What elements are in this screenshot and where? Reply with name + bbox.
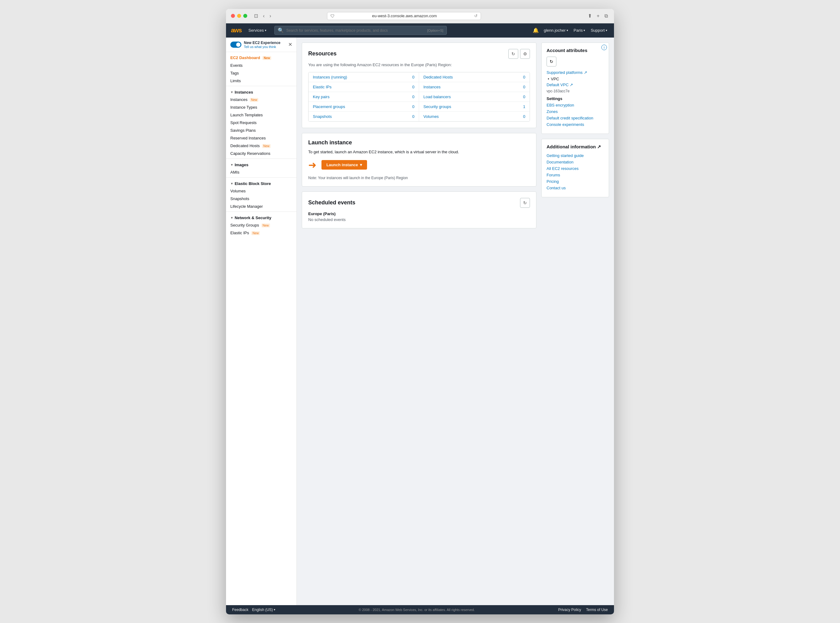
- region-menu-button[interactable]: Paris ▾: [572, 27, 587, 34]
- resource-item-key-pairs[interactable]: Key pairs 0: [309, 92, 419, 102]
- services-menu-button[interactable]: Services ▾: [247, 27, 268, 34]
- search-input[interactable]: [286, 28, 425, 33]
- zones-link[interactable]: Zones: [547, 109, 604, 114]
- network-chevron-icon: ▼: [230, 216, 233, 219]
- ebs-section-header[interactable]: ▼ Elastic Block Store: [226, 179, 296, 187]
- contact-us-link[interactable]: Contact us: [547, 186, 604, 190]
- sidebar-item-launch-templates[interactable]: Launch Templates: [226, 111, 296, 119]
- ebs-encryption-link[interactable]: EBS encryption: [547, 103, 604, 107]
- network-section-header[interactable]: ▼ Network & Security: [226, 213, 296, 221]
- new-experience-toggle[interactable]: [230, 41, 241, 48]
- scheduled-refresh-button[interactable]: ↻: [520, 198, 530, 208]
- sidebar-item-reserved-instances[interactable]: Reserved Instances: [226, 134, 296, 142]
- info-icon[interactable]: i: [601, 44, 607, 50]
- security-icon: 🛡: [330, 14, 335, 18]
- sidebar-item-savings-plans[interactable]: Savings Plans: [226, 126, 296, 134]
- privacy-policy-link[interactable]: Privacy Policy: [558, 608, 581, 612]
- resource-link-load-balancers[interactable]: Load balancers: [423, 95, 451, 99]
- user-menu-button[interactable]: glenn.jocher ▾: [542, 27, 570, 34]
- documentation-link[interactable]: Documentation: [547, 160, 604, 164]
- console-experiments-link[interactable]: Console experiments: [547, 122, 604, 127]
- maximize-window-button[interactable]: [243, 14, 247, 18]
- sidebar-item-dedicated-hosts[interactable]: Dedicated Hosts New: [226, 142, 296, 150]
- resource-item-snapshots[interactable]: Snapshots 0: [309, 112, 419, 121]
- sidebar-divider-1: [226, 86, 296, 86]
- share-button[interactable]: ⬆: [587, 12, 593, 19]
- back-button[interactable]: ‹: [262, 12, 266, 19]
- resource-link-snapshots[interactable]: Snapshots: [313, 114, 332, 119]
- sidebar-item-volumes[interactable]: Volumes: [226, 187, 296, 195]
- sidebar-item-events[interactable]: Events: [226, 61, 296, 69]
- resource-item-volumes[interactable]: Volumes 0: [419, 112, 530, 121]
- launch-instance-button[interactable]: Launch instance ▾: [321, 160, 367, 170]
- sidebar-item-elastic-ips[interactable]: Elastic IPs New: [226, 229, 296, 237]
- pricing-link[interactable]: Pricing: [547, 179, 604, 184]
- sidebar-item-security-groups[interactable]: Security Groups New: [226, 221, 296, 229]
- sidebar-item-instances[interactable]: Instances New: [226, 96, 296, 103]
- traffic-lights: [231, 14, 247, 18]
- instances-section-header[interactable]: ▼ Instances: [226, 87, 296, 96]
- sidebar-item-tags[interactable]: Tags: [226, 69, 296, 77]
- forums-link[interactable]: Forums: [547, 173, 604, 177]
- account-refresh-button[interactable]: ↻: [547, 57, 556, 66]
- images-section-label: Images: [235, 163, 249, 167]
- images-section-header[interactable]: ▼ Images: [226, 160, 296, 168]
- resource-link-volumes[interactable]: Volumes: [423, 114, 439, 119]
- scheduled-events-card: Scheduled events ↻ Europe (Paris) No sch…: [302, 192, 536, 229]
- tabs-button[interactable]: ⧉: [603, 12, 609, 19]
- sidebar-item-ec2-dashboard[interactable]: EC2 Dashboard New: [226, 54, 296, 61]
- all-ec2-resources-link[interactable]: All EC2 resources: [547, 166, 604, 171]
- sidebar-toggle-button[interactable]: ⊡: [253, 12, 259, 19]
- new-tab-button[interactable]: +: [596, 12, 601, 19]
- resources-settings-button[interactable]: ⚙: [520, 49, 530, 59]
- getting-started-link[interactable]: Getting started guide: [547, 153, 604, 158]
- sidebar-item-spot-requests[interactable]: Spot Requests: [226, 119, 296, 126]
- support-menu-button[interactable]: Support ▾: [589, 27, 609, 34]
- resource-link-elastic-ips[interactable]: Elastic IPs: [313, 84, 332, 89]
- resources-refresh-button[interactable]: ↻: [508, 49, 518, 59]
- supported-platforms-link[interactable]: Supported platforms ↗: [547, 70, 604, 75]
- sidebar-divider-4: [226, 212, 296, 212]
- minimize-window-button[interactable]: [237, 14, 241, 18]
- sidebar-item-limits[interactable]: Limits: [226, 77, 296, 84]
- sidebar-item-lifecycle-manager[interactable]: Lifecycle Manager: [226, 203, 296, 210]
- instances-badge: New: [250, 98, 258, 102]
- sidebar-item-label: Events: [230, 63, 243, 68]
- forward-button[interactable]: ›: [268, 12, 272, 19]
- default-credit-link[interactable]: Default credit specification: [547, 116, 604, 120]
- resource-link-security-groups[interactable]: Security groups: [423, 104, 451, 109]
- arrow-right-icon: ➜: [308, 159, 316, 171]
- resource-link-placement-groups[interactable]: Placement groups: [313, 104, 345, 109]
- terms-of-use-link[interactable]: Terms of Use: [586, 608, 608, 612]
- language-button[interactable]: English (US) ▾: [252, 608, 275, 612]
- toggle-subtitle[interactable]: Tell us what you think: [244, 45, 281, 49]
- resource-count-volumes: 0: [523, 114, 525, 119]
- sidebar-item-instance-types[interactable]: Instance Types: [226, 103, 296, 111]
- feedback-button[interactable]: Feedback: [232, 608, 249, 612]
- sidebar-item-capacity-reservations[interactable]: Capacity Reservations: [226, 150, 296, 157]
- resource-item-elastic-ips[interactable]: Elastic IPs 0: [309, 82, 419, 92]
- resource-link-instances[interactable]: Instances: [423, 84, 441, 89]
- sidebar-item-amis[interactable]: AMIs: [226, 168, 296, 176]
- instances-section-label: Instances: [235, 90, 253, 95]
- default-vpc-link[interactable]: Default VPC ↗: [547, 83, 604, 87]
- resources-card-header: Resources ↻ ⚙: [308, 49, 530, 59]
- resource-item-load-balancers[interactable]: Load balancers 0: [419, 92, 530, 102]
- resource-item-instances-running[interactable]: Instances (running) 0: [309, 72, 419, 82]
- aws-search-bar[interactable]: 🔍 [Option+S]: [274, 26, 447, 35]
- sidebar-item-label: Capacity Reservations: [230, 151, 270, 156]
- sidebar-item-label: Savings Plans: [230, 128, 256, 133]
- notifications-button[interactable]: 🔔: [531, 26, 540, 34]
- resource-link-key-pairs[interactable]: Key pairs: [313, 95, 329, 99]
- resource-item-dedicated-hosts[interactable]: Dedicated Hosts 0: [419, 72, 530, 82]
- resource-item-security-groups[interactable]: Security groups 1: [419, 102, 530, 112]
- resource-item-placement-groups[interactable]: Placement groups 0: [309, 102, 419, 112]
- aws-logo[interactable]: aws: [231, 27, 242, 34]
- resource-item-instances[interactable]: Instances 0: [419, 82, 530, 92]
- resource-link-dedicated-hosts[interactable]: Dedicated Hosts: [423, 75, 453, 80]
- sidebar-close-button[interactable]: ✕: [288, 41, 292, 48]
- close-window-button[interactable]: [231, 14, 235, 18]
- sidebar-item-snapshots[interactable]: Snapshots: [226, 195, 296, 203]
- resource-link-instances-running[interactable]: Instances (running): [313, 75, 347, 80]
- address-bar[interactable]: 🛡 eu-west-3.console.aws.amazon.com ↺: [327, 12, 481, 20]
